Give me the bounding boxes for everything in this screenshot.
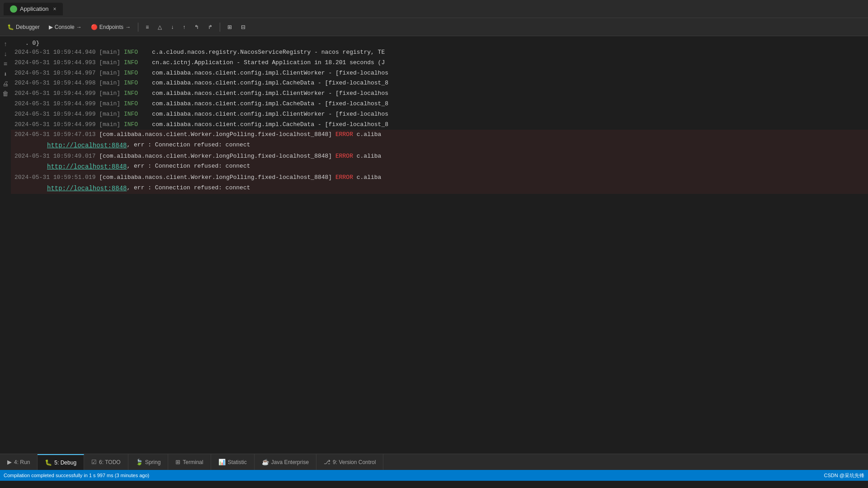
gutter-filter-btn[interactable]: ≡ (1, 60, 10, 69)
log-text: 2024-05-31 10:59:44.998 [main] INFO com.… (14, 79, 388, 88)
tab-java-enterprise[interactable]: ☕ Java Enterprise (255, 454, 316, 470)
console-content: . 0} 2024-05-31 10:59:44.940 [main] INFO… (11, 38, 868, 452)
log-line-error-link-3: http://localhost:8848 , err : Connection… (11, 183, 868, 194)
log-line: 2024-05-31 10:59:44.999 [main] INFO com.… (11, 120, 868, 130)
log-line: 2024-05-31 10:59:44.993 [main] INFO cn.a… (11, 58, 868, 68)
error-suffix-2: , err : Connection refused: connect (127, 162, 250, 171)
log-text-error: 2024-05-31 10:59:47.013 [com.alibaba.nac… (14, 130, 381, 140)
console-label: Console (55, 24, 75, 30)
console-pin-icon: → (76, 24, 82, 30)
wrap-icon: ↰ (194, 24, 199, 30)
log-line-error-link-2: http://localhost:8848 , err : Connection… (11, 161, 868, 172)
spring-icon: 🍃 (136, 459, 143, 465)
tab-spring[interactable]: 🍃 Spring (128, 454, 169, 470)
tab-debug[interactable]: 🐛 5: Debug (38, 454, 84, 470)
dot-zero-line: . 0} (11, 39, 868, 47)
tab-label: Application (20, 5, 49, 12)
version-control-tab-label: 9: Version Control (333, 459, 376, 465)
log-line-error: 2024-05-31 10:59:47.013 [com.alibaba.nac… (11, 130, 868, 140)
error-suffix-1: , err : Connection refused: connect (127, 141, 250, 150)
log-text: 2024-05-31 10:59:44.997 [main] INFO com.… (14, 69, 388, 78)
java-enterprise-tab-label: Java Enterprise (271, 459, 309, 465)
todo-tab-label: 6: TODO (99, 459, 121, 465)
log-text: 2024-05-31 10:59:44.999 [main] INFO com.… (14, 99, 388, 109)
localhost-link-3[interactable]: http://localhost:8848 (47, 183, 127, 193)
gutter-print-btn[interactable]: 🖨 (1, 80, 10, 89)
status-message: Compilation completed successfully in 1 … (4, 473, 149, 478)
debugger-label: Debugger (16, 24, 40, 30)
status-left: Compilation completed successfully in 1 … (4, 473, 149, 478)
error-suffix-3: , err : Connection refused: connect (127, 183, 250, 193)
clear-button[interactable]: ↱ (204, 22, 216, 32)
scroll-top-icon: ↑ (183, 24, 185, 30)
bottom-tab-bar: ▶ 4: Run 🐛 5: Debug ☑ 6: TODO 🍃 Spring ⊞… (0, 454, 868, 470)
application-tab[interactable]: Application × (4, 3, 63, 15)
log-line: 2024-05-31 10:59:44.999 [main] INFO com.… (11, 109, 868, 120)
log-text: 2024-05-31 10:59:44.993 [main] INFO cn.a… (14, 58, 385, 68)
spring-tab-label: Spring (145, 459, 161, 465)
version-control-icon: ⎇ (324, 459, 330, 465)
localhost-link-1[interactable]: http://localhost:8848 (47, 141, 127, 150)
console-area: ↑ ↓ ≡ ⬇ 🖨 🗑 . 0} 2024-05-31 10:59:44.940… (0, 36, 868, 454)
debug-icon: 🐛 (45, 459, 52, 466)
debug-tab-label: 5: Debug (54, 460, 76, 466)
grid-button[interactable]: ⊞ (224, 22, 236, 32)
gutter-trash-btn[interactable]: 🗑 (1, 89, 10, 99)
log-line: 2024-05-31 10:59:44.940 [main] INFO c.a.… (11, 47, 868, 58)
log-text-error-2: 2024-05-31 10:59:49.017 [com.alibaba.nac… (14, 152, 381, 161)
tab-run[interactable]: ▶ 4: Run (0, 454, 38, 470)
debugger-icon: 🐛 (7, 24, 14, 30)
tab-statistic[interactable]: 📊 Statistic (211, 454, 255, 470)
log-text: 2024-05-31 10:59:44.940 [main] INFO c.a.… (14, 48, 385, 57)
filter-icon: ≡ (146, 24, 149, 30)
statistic-icon: 📊 (218, 459, 226, 465)
scroll-up-button[interactable]: △ (154, 22, 165, 32)
grid-icon: ⊞ (227, 24, 232, 30)
localhost-link-2[interactable]: http://localhost:8848 (47, 162, 127, 172)
scroll-top-button[interactable]: ↑ (179, 22, 189, 32)
log-line: 2024-05-31 10:59:44.997 [main] INFO com.… (11, 68, 868, 79)
tab-version-control[interactable]: ⎇ 9: Version Control (316, 454, 383, 470)
terminal-tab-label: Terminal (183, 459, 203, 465)
log-text-error-3: 2024-05-31 10:59:51.019 [com.alibaba.nac… (14, 173, 381, 183)
tab-terminal[interactable]: ⊞ Terminal (168, 454, 211, 470)
gutter-up-btn[interactable]: ↑ (1, 40, 10, 49)
log-text: 2024-05-31 10:59:44.999 [main] INFO com.… (14, 120, 388, 130)
log-line-error-2: 2024-05-31 10:59:49.017 [com.alibaba.nac… (11, 151, 868, 162)
terminal-icon: ⊞ (175, 459, 180, 465)
endpoints-label: Endpoints (99, 24, 123, 30)
list-button[interactable]: ⊟ (237, 22, 249, 32)
run-tab-label: 4: Run (14, 459, 30, 465)
list-icon: ⊟ (241, 24, 245, 30)
title-bar: Application × (0, 0, 868, 18)
statistic-tab-label: Statistic (228, 459, 247, 465)
endpoints-button[interactable]: 🔴 Endpoints → (87, 22, 134, 32)
run-icon: ▶ (7, 459, 12, 465)
console-button[interactable]: ▶ Console → (45, 22, 85, 32)
scroll-down-icon: ↓ (171, 24, 174, 30)
log-line-error-link: http://localhost:8848 , err : Connection… (11, 140, 868, 151)
filter-button[interactable]: ≡ (142, 22, 152, 32)
endpoints-icon: 🔴 (91, 24, 98, 30)
java-enterprise-icon: ☕ (262, 459, 269, 465)
app-icon (10, 5, 17, 13)
log-line: 2024-05-31 10:59:44.999 [main] INFO com.… (11, 99, 868, 109)
log-text: 2024-05-31 10:59:44.999 [main] INFO com.… (14, 89, 388, 99)
debugger-button[interactable]: 🐛 Debugger (4, 22, 43, 32)
status-right: CSDN @采坑先锋 (824, 472, 864, 479)
clear-icon: ↱ (208, 24, 212, 30)
status-bar: Compilation completed successfully in 1 … (0, 470, 868, 481)
gutter-down-btn[interactable]: ↓ (1, 50, 10, 59)
separator-1 (138, 23, 138, 32)
wrap-button[interactable]: ↰ (191, 22, 203, 32)
endpoints-pin-icon: → (125, 24, 131, 30)
tab-todo[interactable]: ☑ 6: TODO (84, 454, 128, 470)
log-line: 2024-05-31 10:59:44.999 [main] INFO com.… (11, 89, 868, 99)
status-watermark: CSDN @采坑先锋 (824, 472, 864, 479)
scroll-down-button[interactable]: ↓ (167, 22, 177, 32)
log-text: 2024-05-31 10:59:44.999 [main] INFO com.… (14, 110, 388, 119)
tab-close-button[interactable]: × (53, 6, 57, 12)
gutter-save-btn[interactable]: ⬇ (1, 70, 10, 79)
todo-icon: ☑ (91, 459, 97, 465)
log-line: 2024-05-31 10:59:44.998 [main] INFO com.… (11, 78, 868, 89)
